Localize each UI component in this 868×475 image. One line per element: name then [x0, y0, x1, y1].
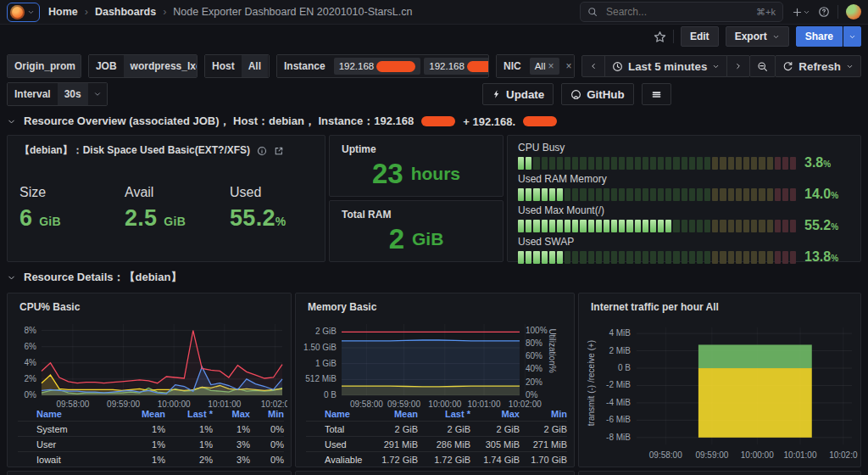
breadcrumb-dashboards[interactable]: Dashboards — [95, 6, 156, 18]
panel-total-ram: Total RAM 2 GiB — [329, 200, 504, 262]
time-forward-button[interactable] — [726, 55, 750, 77]
memory-legend: NameMeanLast *MaxMinTotal2 GiB2 GiB2 GiB… — [306, 407, 567, 467]
var-host-value[interactable]: All — [242, 55, 268, 77]
refresh-button[interactable]: Refresh — [775, 55, 861, 77]
grafana-logo-menu[interactable] — [7, 3, 40, 22]
clear-icon[interactable]: × — [561, 55, 576, 77]
time-range-picker[interactable]: Last 5 minutes — [604, 55, 727, 77]
legend-row: User1%1%3%0% — [18, 436, 284, 451]
panel-title-memory[interactable]: Memory Basic — [296, 293, 574, 313]
gauge-value: 14.0% — [804, 187, 850, 202]
legend-series-name[interactable]: User — [36, 439, 121, 450]
section-resource-details[interactable]: Resource Details：【debian】 — [0, 262, 868, 291]
var-nic[interactable]: NIC All × × — [496, 54, 575, 78]
svg-text:0%: 0% — [25, 390, 37, 400]
var-job[interactable]: JOB wordpress_lxc — [88, 54, 198, 78]
legend-header[interactable]: NameMeanLast *MaxMin — [18, 407, 284, 421]
new-menu-button[interactable] — [792, 7, 810, 18]
share-split-button: Share — [796, 26, 861, 47]
svg-text:0%: 0% — [526, 390, 538, 400]
right-axis-label: Utilization% — [547, 328, 556, 372]
panel-title-network-bandwidth[interactable]: Network bandwidth usage per second All — [579, 472, 860, 475]
github-link-button[interactable]: GitHub — [561, 83, 633, 105]
search-box[interactable]: ⌘+k — [580, 2, 783, 22]
share-button[interactable]: Share — [796, 26, 843, 47]
svg-text:-4 MiB: -4 MiB — [606, 398, 631, 407]
mid-column: Uptime 23 hours Total RAM 2 GiB — [329, 135, 504, 262]
var-instance-label: Instance — [277, 55, 332, 77]
panel-title-system-load[interactable]: System Load — [8, 472, 291, 475]
gauge-row: Used SWAP13.8% — [518, 236, 850, 265]
avatar[interactable] — [846, 4, 861, 20]
edit-button[interactable]: Edit — [681, 26, 719, 47]
var-instance[interactable]: Instance 192.168 192.168 × — [276, 54, 489, 78]
info-icon[interactable] — [257, 146, 267, 156]
chevron-down-icon — [7, 273, 16, 282]
disk-stats: Size 6 GiB Avail 2.5 GiB Used 55.2% — [19, 185, 335, 232]
panel-uptime: Uptime 23 hours — [329, 135, 504, 197]
chart-svg: 8%6%4%2%0%09:58:0009:59:0010:00:0010:01:… — [11, 317, 287, 421]
chevron-down-icon — [27, 8, 35, 16]
share-caret-button[interactable] — [843, 26, 861, 47]
var-interval-value[interactable]: 30s — [58, 83, 88, 105]
instance-chip[interactable]: 192.168 — [334, 58, 421, 75]
gauge-row: Used Max Mount(/)55.2% — [518, 204, 850, 233]
zoom-out-button[interactable] — [749, 55, 776, 77]
var-interval[interactable]: Interval 30s — [7, 82, 108, 106]
legend-series-name[interactable]: Total — [325, 424, 367, 434]
var-job-value[interactable]: wordpress_lxc — [124, 55, 198, 77]
star-button[interactable] — [654, 31, 666, 43]
svg-text:-2 MiB: -2 MiB — [606, 380, 631, 389]
panel-title-disk[interactable]: 【debian】：Disk Space Used Basic(EXT?/XFS) — [8, 136, 325, 158]
zoom-out-icon — [757, 61, 768, 72]
var-origin-value[interactable]: Origin_prom — [8, 55, 81, 77]
legend-series-name[interactable]: Iowait — [36, 455, 121, 465]
breadcrumb-separator: › — [85, 6, 88, 18]
bottom-panels-row: System Load Disk R/W Data Network bandwi… — [0, 471, 868, 475]
time-back-button[interactable] — [581, 55, 605, 77]
section-resource-overview[interactable]: Resource Overview (associated JOB)， Host… — [0, 105, 868, 135]
gauge-row: CPU Busy3.8% — [518, 142, 850, 170]
svg-text:2 MiB: 2 MiB — [609, 346, 631, 355]
overview-panels-row: 【debian】：Disk Space Used Basic(EXT?/XFS)… — [0, 135, 868, 262]
panel-internet-traffic: Internet traffic per hour All transmit (… — [578, 293, 861, 467]
stat-size: Size 6 GiB — [19, 185, 125, 232]
traffic-bar-receive — [698, 344, 812, 368]
var-host-label: Host — [205, 55, 242, 77]
grafana-dashboard: Home › Dashboards › Node Exporter Dashbo… — [0, 0, 868, 475]
close-icon[interactable]: × — [548, 60, 554, 72]
search-input[interactable] — [604, 5, 749, 19]
plus-icon — [792, 7, 803, 18]
svg-text:-6 MiB: -6 MiB — [606, 415, 631, 424]
chart-svg: 2 GiB1.50 GiB1 GiB512 MiB0 B09:58:0009:5… — [298, 317, 570, 421]
search-icon — [587, 7, 598, 17]
breadcrumb: Home › Dashboards › Node Exporter Dashbo… — [48, 6, 412, 18]
cpu-legend: NameMeanLast *MaxMinSystem1%1%1%0%User1%… — [18, 407, 284, 467]
panel-title-cpu[interactable]: CPU% Basic — [8, 293, 291, 313]
external-link-icon[interactable] — [274, 146, 284, 156]
nav-right-group — [792, 4, 861, 20]
legend-series-name[interactable]: Avaliable — [325, 455, 367, 465]
breadcrumb-separator: › — [163, 6, 166, 18]
panel-title-disk-rw[interactable]: Disk R/W Data — [296, 472, 574, 475]
chevron-left-icon — [589, 62, 598, 70]
gauge-label: Used SWAP — [518, 236, 850, 248]
help-button[interactable] — [818, 6, 830, 18]
legend-series-name[interactable]: Used — [325, 439, 367, 450]
nic-chip[interactable]: All × — [530, 58, 559, 75]
instance-chip[interactable]: 192.168 — [424, 58, 489, 75]
breadcrumb-home[interactable]: Home — [48, 6, 78, 18]
clock-icon — [612, 61, 623, 72]
chevron-down-icon — [846, 63, 854, 70]
panel-title-traffic[interactable]: Internet traffic per hour All — [579, 293, 860, 313]
chevron-down-icon — [849, 33, 856, 41]
update-link-button[interactable]: Update — [482, 83, 554, 105]
svg-text:2 GiB: 2 GiB — [315, 327, 337, 336]
dashboard-toolbar: Edit Export Share — [0, 25, 868, 48]
export-button[interactable]: Export — [726, 26, 789, 47]
kiosk-menu-button[interactable] — [642, 83, 671, 105]
var-origin[interactable]: Origin_prom — [7, 54, 81, 78]
var-host[interactable]: Host All — [204, 54, 270, 78]
legend-header[interactable]: NameMeanLast *MaxMin — [306, 407, 567, 421]
legend-series-name[interactable]: System — [36, 424, 121, 434]
